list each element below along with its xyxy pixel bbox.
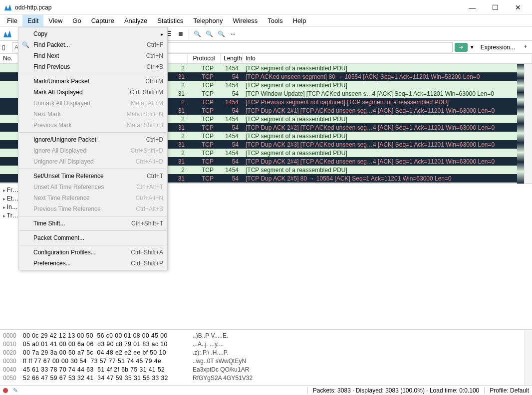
menu-view[interactable]: View [43, 15, 67, 26]
menu-file[interactable]: File [2, 15, 22, 26]
menu-wireless[interactable]: Wireless [228, 15, 263, 26]
zoom-out-icon[interactable]: 🔍 [204, 28, 215, 39]
menu-item-configuration-profiles-[interactable]: Configuration Profiles...Ctrl+Shift+A [18, 247, 167, 258]
menu-item-mark-unmark-packet[interactable]: Mark/Unmark PacketCtrl+M [18, 76, 167, 87]
cell-info: [TCP Dup ACK 2#3] [TCP ACKed unseen seg…… [243, 141, 532, 148]
packet-bytes-pane[interactable]: 000000 0c 29 42 12 13 00 50 56 c0 00 01 … [0, 329, 532, 385]
menu-item-unmark-all-displayed: Unmark All DisplayedMeta+Alt+M [18, 98, 167, 109]
menu-item-packet-comment-[interactable]: Packet Comment... [18, 232, 167, 243]
hex-ascii: Ea3xptDc QO/ku1AR [193, 366, 249, 374]
cell-info: [TCP segment of a reassembled PDU] [243, 116, 532, 123]
column-header-protocol[interactable]: Protocol [188, 54, 221, 63]
hex-row[interactable]: 004045 61 33 78 70 74 44 63 51 4f 2f 6b … [3, 366, 529, 374]
menu-item-label: Copy [33, 30, 47, 37]
menu-telephony[interactable]: Telephony [188, 15, 228, 26]
menu-item-previous-time-reference: Previous Time ReferenceCtrl+Alt+B [18, 203, 167, 214]
cell-protocol: TCP [188, 73, 221, 80]
menu-help[interactable]: Help [288, 15, 311, 26]
menu-item-label: Previous Time Reference [33, 205, 101, 212]
search-icon: 🔍 [21, 41, 29, 48]
shortcut-label: Ctrl+Shift+P [131, 260, 163, 267]
minimize-button[interactable]: — [465, 2, 479, 12]
shortcut-label: Ctrl+N [146, 52, 163, 59]
cell-info: [TCP segment of a reassembled PDU] [243, 150, 532, 157]
expression-button[interactable]: Expression... [477, 43, 519, 52]
menu-item-unignore-all-displayed: Unignore All DisplayedCtrl+Alt+D [18, 156, 167, 167]
maximize-button[interactable]: ☐ [488, 2, 502, 12]
hex-row[interactable]: 002000 7a 29 3a 00 50 a7 5c 04 48 e2 e2 … [3, 349, 529, 357]
menu-analyze[interactable]: Analyze [119, 15, 152, 26]
zoom-in-icon[interactable]: 🔍 [192, 28, 203, 39]
cell-protocol: TCP [188, 158, 221, 165]
status-packets: Packets: 3083 · Displayed: 3083 (100.0%)… [313, 387, 480, 394]
edit-menu-dropdown: Copy▸🔍Find Packet...Ctrl+FFind NextCtrl+… [18, 27, 168, 270]
menu-item-time-shift-[interactable]: Time Shift...Ctrl+Shift+T [18, 218, 167, 229]
menu-item-next-time-reference: Next Time ReferenceCtrl+Alt+N [18, 193, 167, 203]
hex-addr: 0050 [3, 374, 23, 383]
cell-length: 54 [221, 141, 243, 148]
cell-protocol: TCP [188, 116, 221, 123]
shortcut-label: Ctrl+Alt+B [136, 205, 163, 212]
shortcut-label: Ctrl+T [147, 173, 163, 180]
menu-item-label: Ignore All Displayed [33, 147, 86, 154]
column-header-no[interactable]: No. [0, 54, 18, 63]
hex-row[interactable]: 001005 a0 01 41 00 00 6a 06 d3 90 c8 79 … [3, 340, 529, 349]
menu-statistics[interactable]: Statistics [152, 15, 188, 26]
menu-item-ignore-unignore-packet[interactable]: Ignore/Unignore PacketCtrl+D [18, 134, 167, 145]
scrollbar[interactable] [524, 64, 532, 184]
menu-item-label: Next Time Reference [33, 195, 90, 201]
shortcut-label: Meta+Alt+M [131, 100, 163, 107]
hex-bytes: 05 a0 01 41 00 00 6a 06 d3 90 c8 79 01 8… [23, 340, 193, 349]
bookmark-icon[interactable]: ▯ [2, 44, 10, 51]
hex-ascii: RfGYgS2A 4GY51V32 [193, 374, 253, 383]
hex-addr: 0010 [3, 340, 23, 349]
menu-tools[interactable]: Tools [263, 15, 287, 26]
separator [19, 245, 166, 245]
menu-go[interactable]: Go [67, 15, 86, 26]
status-bar: ✎ Packets: 3083 · Displayed: 3083 (100.0… [0, 385, 532, 395]
menu-item-find-packet-[interactable]: 🔍Find Packet...Ctrl+F [18, 39, 167, 50]
titlebar: odd-http.pcap — ☐ ✕ [0, 0, 532, 15]
apply-filter-button[interactable]: ➔ [455, 43, 468, 52]
layout-btn-3[interactable]: ≣ [175, 28, 186, 39]
zoom-reset-icon[interactable]: 🔍 [216, 28, 227, 39]
capture-file-properties-icon[interactable]: ✎ [13, 387, 18, 394]
cell-protocol: TCP [188, 82, 221, 89]
hex-bytes: 00 7a 29 3a 00 50 a7 5c 04 48 e2 e2 ee b… [23, 349, 193, 357]
add-filter-button[interactable]: + [521, 43, 530, 52]
cell-info: [TCP segment of a reassembled PDU] [243, 167, 532, 174]
column-header-info[interactable]: Info [243, 54, 532, 63]
shortcut-label: Ctrl+Alt+N [136, 195, 163, 201]
menu-capture[interactable]: Capture [86, 15, 119, 26]
filter-dropdown-icon[interactable]: ▼ [470, 44, 475, 50]
separator [19, 230, 166, 231]
hex-row[interactable]: 0030ff ff 77 67 00 00 30 54 73 57 77 51 … [3, 357, 529, 366]
hex-row[interactable]: 000000 0c 29 42 12 13 00 50 56 c0 00 01 … [3, 332, 529, 340]
column-header-length[interactable]: Length [221, 54, 243, 63]
expert-info-icon[interactable] [3, 388, 8, 393]
separator [19, 74, 166, 74]
separator [19, 169, 166, 169]
cell-length: 54 [221, 158, 243, 165]
cell-length: 1454 [221, 116, 243, 123]
hex-ascii: ...A..j. ...y.... [193, 340, 224, 349]
cell-info: [TCP Dup ACK 2#4] [TCP ACKed unseen seg…… [243, 158, 532, 165]
menu-item-copy[interactable]: Copy▸ [18, 28, 167, 39]
packet-minimap[interactable] [517, 64, 524, 184]
menu-item-find-previous[interactable]: Find PreviousCtrl+B [18, 61, 167, 72]
close-button[interactable]: ✕ [511, 2, 525, 12]
menu-item-set-unset-time-reference[interactable]: Set/Unset Time ReferenceCtrl+T [18, 171, 167, 182]
status-profile[interactable]: Profile: Default [490, 387, 529, 394]
resize-columns-icon[interactable]: ↔ [228, 28, 239, 39]
menu-edit[interactable]: Edit [22, 15, 43, 26]
menu-item-mark-all-displayed[interactable]: Mark All DisplayedCtrl+Shift+M [18, 87, 167, 98]
hex-ascii: .z):.P.\ .H....P. [193, 349, 229, 357]
hex-row[interactable]: 005052 66 47 59 67 53 32 41 34 47 59 35 … [3, 374, 529, 383]
hex-addr: 0030 [3, 357, 23, 366]
shortcut-label: Ctrl+Alt+T [136, 184, 163, 191]
window-title: odd-http.pcap [15, 4, 465, 11]
scrollbar[interactable] [524, 330, 532, 385]
menu-item-find-next[interactable]: Find NextCtrl+N [18, 50, 167, 61]
menu-item-next-mark: Next MarkMeta+Shift+N [18, 109, 167, 120]
menu-item-preferences-[interactable]: Preferences...Ctrl+Shift+P [18, 258, 167, 269]
